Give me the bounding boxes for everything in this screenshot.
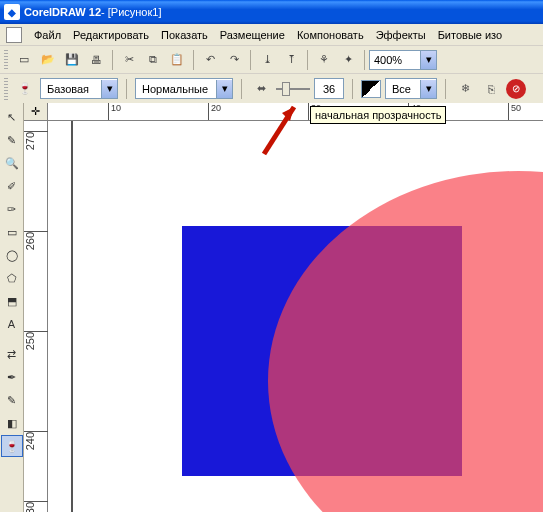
rectangle-tool[interactable]: ▭ [1, 221, 23, 243]
zoom-input[interactable] [370, 51, 420, 69]
menu-edit[interactable]: Редактировать [67, 27, 155, 43]
save-button[interactable]: 💾 [61, 49, 83, 71]
separator [126, 79, 127, 99]
pick-tool[interactable]: ↖ [1, 106, 23, 128]
separator [445, 79, 446, 99]
transparency-type-value: Базовая [41, 81, 101, 97]
separator [112, 50, 113, 70]
ruler-tick: 230 [24, 501, 48, 512]
interactive-fill-tool[interactable]: 🍷 [1, 435, 23, 457]
ruler-origin[interactable]: ✛ [24, 103, 48, 121]
zoom-tool[interactable]: 🔍 [1, 152, 23, 174]
app-launcher-button[interactable]: ⚘ [313, 49, 335, 71]
apply-to-combo[interactable]: Все ▾ [385, 78, 437, 99]
export-button[interactable]: ⤒ [280, 49, 302, 71]
separator [250, 50, 251, 70]
copy-button[interactable]: ⧉ [142, 49, 164, 71]
freeze-icon[interactable]: ❄ [454, 78, 476, 100]
ruler-tick: 240 [24, 431, 48, 454]
start-transparency-icon: ⬌ [250, 78, 272, 100]
ruler-horizontal[interactable]: 10 20 30 40 50 [48, 103, 543, 121]
ruler-tick: 50 [508, 103, 521, 121]
eyedropper-tool[interactable]: ✒ [1, 366, 23, 388]
outline-tool[interactable]: ✎ [1, 389, 23, 411]
zoom-combo[interactable]: ▾ [369, 50, 437, 70]
ellipse-tool[interactable]: ◯ [1, 244, 23, 266]
propbar-grip[interactable] [4, 78, 8, 100]
separator [307, 50, 308, 70]
drawing-page[interactable] [48, 121, 543, 512]
separator [352, 79, 353, 99]
basic-shapes-tool[interactable]: ⬒ [1, 290, 23, 312]
smart-draw-tool[interactable]: ✑ [1, 198, 23, 220]
menu-effects[interactable]: Эффекты [370, 27, 432, 43]
dropdown-icon[interactable]: ▾ [216, 80, 232, 98]
tooltip: начальная прозрачность [310, 106, 446, 124]
polygon-tool[interactable]: ⬠ [1, 267, 23, 289]
ruler-tick: 10 [108, 103, 121, 121]
freehand-tool[interactable]: ✐ [1, 175, 23, 197]
apply-to-swatch-icon [361, 80, 381, 98]
apply-to-value: Все [386, 81, 420, 97]
dropdown-icon[interactable]: ▾ [101, 80, 117, 98]
ruler-vertical[interactable]: 270 260 250 240 230 [24, 121, 48, 512]
workspace: ↖ ✎ 🔍 ✐ ✑ ▭ ◯ ⬠ ⬒ A ⇄ ✒ ✎ ◧ 🍷 ✛ 10 20 30… [0, 103, 543, 512]
toolbox: ↖ ✎ 🔍 ✐ ✑ ▭ ◯ ⬠ ⬒ A ⇄ ✒ ✎ ◧ 🍷 [0, 103, 24, 512]
property-bar: 🍷 Базовая ▾ Нормальные ▾ ⬌ 36 Все ▾ ❄ ⎘ … [0, 74, 543, 104]
open-button[interactable]: 📂 [37, 49, 59, 71]
import-button[interactable]: ⤓ [256, 49, 278, 71]
fill-tool[interactable]: ◧ [1, 412, 23, 434]
transparency-tool-icon: 🍷 [14, 78, 36, 100]
clear-transparency-button[interactable]: ⊘ [506, 79, 526, 99]
transparency-mode-combo[interactable]: Нормальные ▾ [135, 78, 233, 99]
ruler-tick: 260 [24, 231, 48, 254]
titlebar: ◆ CorelDRAW 12 - [Рисунок1] [0, 0, 543, 24]
menu-file[interactable]: Файл [28, 27, 67, 43]
text-tool[interactable]: A [1, 313, 23, 335]
separator [241, 79, 242, 99]
print-button[interactable]: 🖶 [85, 49, 107, 71]
redo-button[interactable]: ↷ [223, 49, 245, 71]
copy-properties-icon[interactable]: ⎘ [480, 78, 502, 100]
separator [193, 50, 194, 70]
cut-button[interactable]: ✂ [118, 49, 140, 71]
red-circle-shape[interactable] [268, 171, 543, 512]
separator [364, 50, 365, 70]
menubar: Файл Редактировать Показать Размещение К… [0, 24, 543, 46]
transparency-slider[interactable] [276, 78, 310, 100]
doc-title: - [Рисунок1] [101, 6, 161, 18]
ruler-tick: 20 [208, 103, 221, 121]
canvas-area: ✛ 10 20 30 40 50 270 260 250 240 230 нач… [24, 103, 543, 512]
blend-tool[interactable]: ⇄ [1, 343, 23, 365]
paste-button[interactable]: 📋 [166, 49, 188, 71]
document-menu-icon[interactable] [6, 27, 22, 43]
corel-online-button[interactable]: ✦ [337, 49, 359, 71]
transparency-type-combo[interactable]: Базовая ▾ [40, 78, 118, 99]
menu-layout[interactable]: Размещение [214, 27, 291, 43]
toolbar-grip[interactable] [4, 50, 8, 70]
app-icon: ◆ [4, 4, 20, 20]
menu-arrange[interactable]: Компоновать [291, 27, 370, 43]
menu-view[interactable]: Показать [155, 27, 214, 43]
ruler-tick: 250 [24, 331, 48, 354]
transparency-mode-value: Нормальные [136, 81, 216, 97]
menu-bitmaps[interactable]: Битовые изо [432, 27, 509, 43]
standard-toolbar: ▭ 📂 💾 🖶 ✂ ⧉ 📋 ↶ ↷ ⤓ ⤒ ⚘ ✦ ▾ [0, 46, 543, 74]
undo-button[interactable]: ↶ [199, 49, 221, 71]
transparency-value[interactable]: 36 [314, 78, 344, 99]
dropdown-icon[interactable]: ▾ [420, 80, 436, 98]
new-button[interactable]: ▭ [13, 49, 35, 71]
shape-tool[interactable]: ✎ [1, 129, 23, 151]
page-edge [71, 121, 73, 512]
app-title: CorelDRAW 12 [24, 6, 101, 18]
ruler-tick: 270 [24, 131, 48, 154]
zoom-dropdown-icon[interactable]: ▾ [420, 51, 436, 69]
